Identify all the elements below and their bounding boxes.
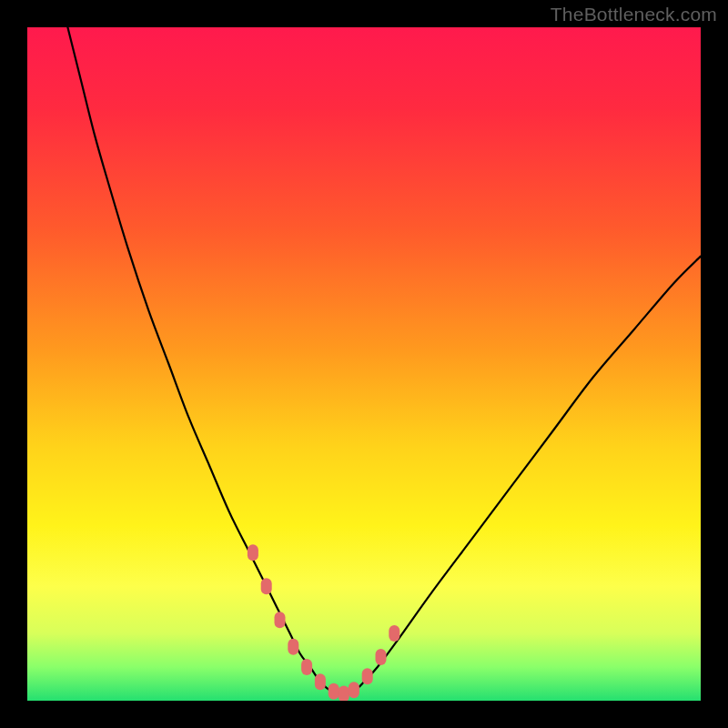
marker-point [275, 612, 286, 628]
marker-point [329, 683, 339, 700]
marker-point [349, 682, 359, 698]
marker-point [315, 673, 326, 690]
marker-point [301, 659, 312, 675]
gradient-background [27, 27, 701, 701]
marker-point [362, 668, 373, 684]
marker-point [288, 639, 298, 655]
bottleneck-chart [27, 27, 701, 701]
marker-point [248, 544, 258, 561]
marker-point [339, 686, 349, 701]
chart-frame: TheBottleneck.com [0, 0, 728, 728]
plot-area [27, 27, 701, 701]
watermark-text: TheBottleneck.com [551, 4, 717, 25]
marker-point [389, 625, 399, 642]
marker-point [261, 578, 272, 594]
marker-point [376, 649, 387, 665]
